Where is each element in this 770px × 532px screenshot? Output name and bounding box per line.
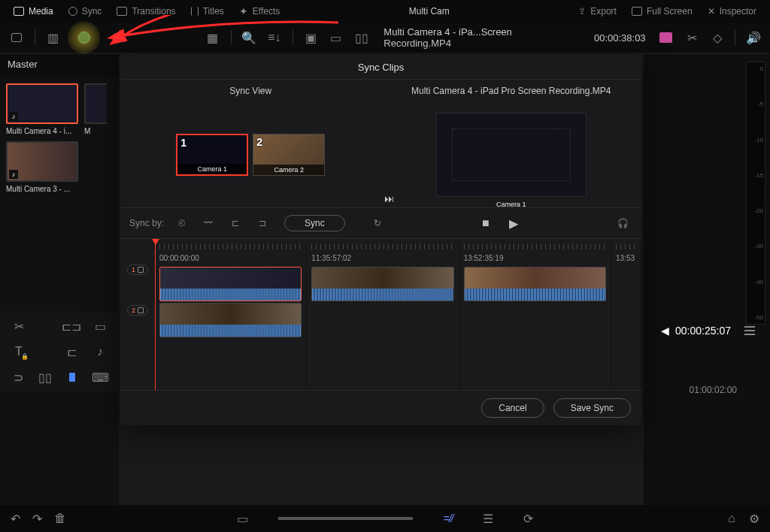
redo-icon[interactable]: ↷ [32,512,42,526]
menu-titles[interactable]: Titles [183,6,232,17]
right-column: 0 -5 -10 -15 -20 -30 -40 -50 ◀ 00:00:25:… [644,54,770,505]
out-point-sync-icon[interactable]: ⊐ [253,215,272,231]
menu-inspector[interactable]: ✕Inspector [700,6,764,17]
undo-icon[interactable]: ↶ [11,512,20,526]
viewer-timecode: 00:00:38:03 [594,32,646,44]
time-ruler[interactable] [159,243,302,249]
track-chip-1[interactable]: 1 [127,264,148,275]
music-icon[interactable]: ♪ [92,345,108,358]
track-lane[interactable]: 00:00:00:00 [155,242,307,390]
sync-button[interactable]: Sync [284,215,345,231]
page-edit-icon[interactable]: =// [444,512,453,524]
camera-angle-1[interactable]: 1 Camera 1 [176,134,248,176]
grid-icon[interactable]: ▦ [202,29,223,47]
sync-view-pane: 1 Camera 1 2 Camera 2 [120,102,381,207]
timecode-sync-icon[interactable]: ⧀ [171,215,191,231]
audio-badge-icon: ♪ [9,170,18,179]
menu-sync[interactable]: Sync [61,6,110,17]
track-labels: 1 2 [120,242,155,390]
bottom-bar: ↶ ↷ 🗑 ▭ =// ☰ ⟳ ⌂ ⚙ [0,505,770,532]
scissors-icon[interactable]: ✂ [11,319,27,333]
menu-transitions[interactable]: Transitions [109,6,183,17]
clock-icon [78,32,90,44]
marker-tool-icon[interactable] [65,370,80,384]
page-loading-icon[interactable]: ⟳ [523,512,533,526]
video-clip[interactable] [311,267,453,301]
skip-next-icon[interactable]: ⏭ [384,193,394,204]
camera-icon[interactable] [659,32,673,43]
preview-camera-label: Camera 1 [437,199,586,210]
track-lane[interactable]: 13:52:35:19 [459,242,611,390]
panel-footer: Cancel Save Sync [120,390,641,425]
bin-icon[interactable]: ▥ [43,29,64,47]
overwrite-icon[interactable]: ▭ [92,319,108,333]
sync-tracks-area: 1 2 00:00:00:00 11:35:57:02 13:52:35:19 [120,239,641,390]
magnet-icon[interactable]: ⊃ [11,370,26,384]
menu-fullscreen[interactable]: Full Screen [624,6,700,17]
master-label[interactable]: Master [0,54,119,77]
save-sync-button[interactable]: Save Sync [553,398,631,418]
cancel-button[interactable]: Cancel [481,398,544,418]
home-icon[interactable]: ⌂ [728,512,735,526]
preview-header: Multi Camera 4 - iPad Pro Screen Recordi… [381,80,642,102]
media-thumb[interactable]: ♪ Multi Camera 3 - ... [6,141,78,193]
stop-button[interactable]: ■ [482,216,490,230]
preview-viewer[interactable]: Camera 1 [436,113,587,197]
media-thumb[interactable]: M [84,83,107,135]
lane-timecode: 13:53 [616,254,636,262]
tool-row: ✂ ⊏⊐ ▭ [6,318,113,334]
video-clip[interactable] [464,267,606,301]
layout-icon[interactable] [6,29,27,47]
prev-frame-icon[interactable]: ◀ [661,325,669,337]
camera-angle-2[interactable]: 2 Camera 2 [253,134,325,176]
headphones-icon[interactable]: 🎧 [613,215,632,231]
titles-icon [191,7,199,16]
sort-icon[interactable]: ≡↓ [264,29,285,47]
media-thumb[interactable]: ♪ Multi Camera 4 - i... [6,83,78,135]
track-chip-2[interactable]: 2 [127,305,148,316]
gear-icon[interactable]: ⚙ [749,512,759,526]
ruler-timecode: 01:00:02:00 [690,385,737,395]
track-lane[interactable]: 13:53 [611,242,641,390]
thumb-image [84,83,107,124]
camera-label: Camera 2 [253,165,324,175]
link-icon[interactable]: ▯▯ [38,370,53,384]
loop-icon[interactable]: ↻ [368,215,387,231]
marker-icon[interactable]: ◇ [707,29,728,47]
camera-number: 1 [180,137,186,149]
split-icon[interactable]: ▯▯ [351,29,372,47]
waveform-sync-icon[interactable]: 〰 [199,215,218,231]
time-ruler[interactable] [311,243,453,249]
video-clip[interactable] [159,267,302,301]
sync-controls-bar: Sync by: ⧀ 〰 ⊏ ⊐ Sync ↻ ■ ▶ 🎧 [120,207,641,239]
video-clip[interactable] [159,303,302,337]
trash-icon[interactable]: 🗑 [54,512,66,525]
play-button[interactable]: ▶ [509,216,518,231]
replace-icon[interactable]: ⊏ [63,345,80,358]
crop-icon[interactable]: ✂ [681,29,702,47]
image-icon[interactable]: ▣ [301,29,322,47]
time-ruler[interactable] [616,243,636,249]
export-icon: ⇪ [578,6,586,17]
thumbnail-grid: ♪ Multi Camera 4 - i... M ♪ Multi Camera… [0,77,119,199]
insert-icon[interactable]: ⊏⊐ [63,319,80,333]
timeline-timecode-row: ◀ 00:00:25:07 [661,325,755,337]
menu-export[interactable]: ⇪Export [571,6,624,17]
in-point-sync-icon[interactable]: ⊏ [226,215,245,231]
tool-icon-1[interactable]: ❖ [105,29,126,47]
menu-icon[interactable] [744,326,755,335]
search-icon[interactable]: 🔍 [239,29,260,47]
scrubber[interactable] [278,517,414,520]
menu-media[interactable]: Media [6,6,61,17]
sync-bin-button[interactable] [68,21,100,54]
frame-icon[interactable]: ▭ [326,29,347,47]
track-lane[interactable]: 11:35:57:02 [307,242,459,390]
lock-icon[interactable]: T🔒 [11,345,27,358]
time-ruler[interactable] [464,243,606,249]
speaker-icon[interactable]: 🔊 [743,29,764,47]
page-cut-icon[interactable]: ▭ [237,512,248,526]
page-fairlight-icon[interactable]: ☰ [483,512,493,526]
menu-effects[interactable]: ✦Effects [232,5,287,17]
keyboard-icon[interactable]: ⌨ [92,370,108,384]
edit-tools-column: ✂ ⊏⊐ ▭ T🔒 ⊏ ♪ ⊃ ▯▯ ⌨ [0,312,119,391]
